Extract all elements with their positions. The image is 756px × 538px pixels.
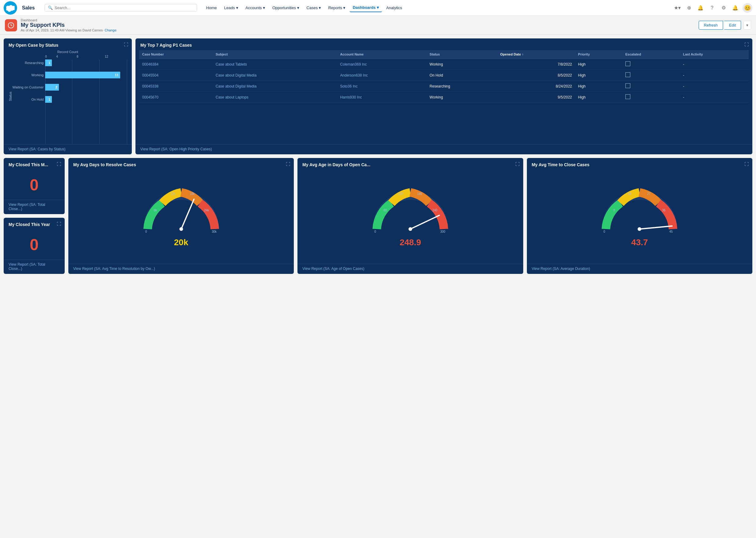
open-case-footer-link[interactable]: View Report (SA: Cases by Status) <box>4 144 132 154</box>
expand-closed-year[interactable]: ⛶ <box>57 221 61 226</box>
expand-avg-age[interactable]: ⛶ <box>515 162 519 167</box>
expand-open-case-btn[interactable]: ⛶ <box>124 42 128 47</box>
expand-avg-days[interactable]: ⛶ <box>286 162 290 167</box>
svg-text:9: 9 <box>613 209 615 212</box>
search-bar[interactable]: 🔍 <box>44 4 197 12</box>
salesforce-logo[interactable] <box>4 1 17 15</box>
avg-age-title: My Avg Age in Days of Open Ca... <box>297 158 523 170</box>
axis-4: 4 <box>47 55 68 58</box>
checkbox-4[interactable] <box>625 94 630 99</box>
col-opened-date[interactable]: Opened Date ↑ <box>497 50 575 59</box>
case-link-1[interactable]: 00046384 <box>142 62 158 67</box>
account-link-3[interactable]: Soto36 Inc <box>340 84 357 88</box>
avg-time-close-panel: My Avg Time to Close Cases ⛶ 0 9 18 27 3… <box>527 158 752 274</box>
col-case-number[interactable]: Case Number <box>139 50 213 59</box>
bar-onhold: 1 <box>45 96 52 103</box>
checkbox-3[interactable] <box>625 83 630 88</box>
dashboard-header: Dashboard My Support KPIs As of Apr 14, … <box>0 16 756 35</box>
svg-text:0: 0 <box>145 230 147 233</box>
page-title: My Support KPIs <box>21 22 695 28</box>
favorites-icon[interactable]: ★▾ <box>673 4 681 12</box>
user-avatar[interactable]: 😊 <box>742 3 752 13</box>
dashboard-icon <box>5 19 17 31</box>
nav-reports[interactable]: Reports ▾ <box>325 4 349 12</box>
avg-age-value: 248.9 <box>400 238 421 247</box>
open-case-title: My Open Case by Status <box>4 38 132 50</box>
avg-time-title: My Avg Time to Close Cases <box>527 158 752 170</box>
avg-days-footer[interactable]: View Report (SA: Avg Time to Resolution … <box>68 264 294 274</box>
x-axis: 0 4 8 12 <box>9 55 127 58</box>
p1-cases-panel: My Top 7 Aging P1 Cases ⛶ Case Number Su… <box>135 38 752 154</box>
expand-p1-btn[interactable]: ⛶ <box>744 42 749 47</box>
subject-link-1[interactable]: Case about Tablets <box>216 62 247 67</box>
search-input[interactable] <box>55 6 194 10</box>
notification-icon[interactable]: 🔔 <box>696 4 705 12</box>
svg-text:6k: 6k <box>154 209 157 212</box>
settings-icon[interactable]: ⚙ <box>719 4 728 12</box>
nav-home[interactable]: Home <box>203 4 220 12</box>
help-icon[interactable]: ? <box>708 4 716 12</box>
bar-row-waiting: Waiting on Customer 2 <box>45 84 127 90</box>
account-link-4[interactable]: Harris930 Inc <box>340 95 362 99</box>
nav-accounts[interactable]: Accounts ▾ <box>243 4 268 12</box>
edit-button[interactable]: Edit <box>724 21 741 29</box>
dashboard-content: My Open Case by Status ⛶ Record Count 0 … <box>0 35 756 278</box>
subject-link-3[interactable]: Case about Digital Media <box>216 84 256 88</box>
closed-month-panel: My Closed This M... ⛶ 0 View Report (SA:… <box>4 158 65 214</box>
svg-text:180: 180 <box>417 192 422 195</box>
svg-text:60: 60 <box>384 209 387 212</box>
p1-cases-table: Case Number Subject Account Name Status … <box>139 50 749 103</box>
avg-days-title: My Avg Days to Resolve Cases <box>68 158 294 170</box>
col-priority[interactable]: Priority <box>575 50 622 59</box>
subject-link-4[interactable]: Case about Laptops <box>216 95 248 99</box>
avg-age-open-panel: My Avg Age in Days of Open Ca... ⛶ 0 60 … <box>297 158 523 274</box>
svg-point-16 <box>408 227 412 231</box>
chart-bars: Researching 1 Working 11 Waiting on Cust… <box>9 60 127 144</box>
nav-analytics[interactable]: Analytics <box>383 4 405 12</box>
p1-footer-link[interactable]: View Report (SA: Open High Priority Case… <box>135 144 752 154</box>
nav-leads[interactable]: Leads ▾ <box>221 4 241 12</box>
gauge-svg-resolve: 0 6k 12k 18k 24k 30k <box>141 187 221 235</box>
expand-closed-month[interactable]: ⛶ <box>57 162 61 167</box>
checkbox-1[interactable] <box>625 61 630 66</box>
svg-line-15 <box>410 215 439 229</box>
closed-month-footer[interactable]: View Report (SA: Total Close...) <box>4 200 65 214</box>
col-status[interactable]: Status <box>426 50 497 59</box>
open-case-status-panel: My Open Case by Status ⛶ Record Count 0 … <box>4 38 132 154</box>
svg-text:0: 0 <box>604 230 605 233</box>
expand-avg-time[interactable]: ⛶ <box>744 162 749 167</box>
axis-8: 8 <box>68 55 88 58</box>
account-link-2[interactable]: Anderson638 Inc <box>340 73 368 78</box>
avg-age-footer[interactable]: View Report (SA: Age of Open Cases) <box>297 264 523 274</box>
nav-opportunities[interactable]: Opportunities ▾ <box>269 4 302 12</box>
gauge-svg-time: 0 9 18 27 36 45 <box>600 187 679 235</box>
change-link[interactable]: Change <box>105 28 117 32</box>
bar-working: 11 <box>45 72 120 79</box>
avg-time-footer[interactable]: View Report (SA: Average Duration) <box>527 264 752 274</box>
col-escalated[interactable]: Escalated <box>622 50 680 59</box>
case-link-2[interactable]: 00045504 <box>142 73 158 78</box>
add-icon[interactable]: ⊕ <box>685 4 693 12</box>
col-account-name[interactable]: Account Name <box>337 50 426 59</box>
svg-text:18k: 18k <box>190 192 195 195</box>
refresh-button[interactable]: Refresh <box>699 21 723 29</box>
case-link-4[interactable]: 00045670 <box>142 95 158 99</box>
nav-dashboards[interactable]: Dashboards ▾ <box>350 3 382 12</box>
account-link-1[interactable]: Coleman369 Inc <box>340 62 367 67</box>
closed-year-footer[interactable]: View Report (SA: Total Close...) <box>4 259 65 274</box>
status-1: Working <box>426 59 497 70</box>
actions-dropdown[interactable]: ▾ <box>743 21 751 29</box>
case-link-3[interactable]: 00045338 <box>142 84 158 88</box>
col-last-activity[interactable]: Last Activity <box>680 50 749 59</box>
bell-icon[interactable]: 🔔 <box>731 4 739 12</box>
closed-month-title: My Closed This M... <box>4 158 65 170</box>
date-4: 9/5/2022 <box>497 92 575 103</box>
bar-row-researching: Researching 1 <box>45 60 127 66</box>
escalated-1 <box>622 59 680 70</box>
avg-days-resolve-panel: My Avg Days to Resolve Cases ⛶ 0 6k <box>68 158 294 274</box>
checkbox-2[interactable] <box>625 72 630 77</box>
col-subject[interactable]: Subject <box>213 50 337 59</box>
escalated-4 <box>622 92 680 103</box>
subject-link-2[interactable]: Case about Digital Media <box>216 73 256 78</box>
nav-cases[interactable]: Cases ▾ <box>303 4 324 12</box>
